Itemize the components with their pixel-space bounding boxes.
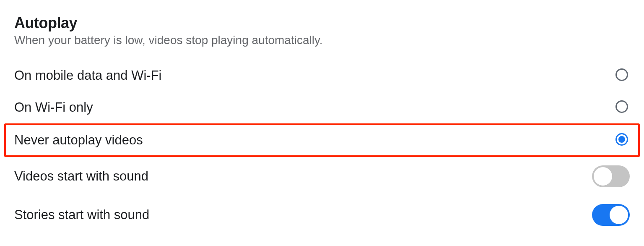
option-label: On Wi-Fi only	[14, 100, 93, 115]
option-mobile-wifi[interactable]: On mobile data and Wi-Fi	[14, 60, 630, 92]
option-label: Never autoplay videos	[14, 133, 143, 148]
toggle-knob	[610, 206, 628, 224]
toggle-switch-on[interactable]	[592, 204, 630, 226]
section-title: Autoplay	[14, 14, 630, 32]
option-label: Stories start with sound	[14, 207, 149, 222]
option-videos-sound[interactable]: Videos start with sound	[14, 157, 630, 196]
radio-icon	[615, 100, 628, 113]
section-subtitle: When your battery is low, videos stop pl…	[14, 34, 630, 47]
option-wifi-only[interactable]: On Wi-Fi only	[14, 92, 630, 123]
option-stories-sound[interactable]: Stories start with sound	[14, 196, 630, 234]
toggle-knob	[594, 167, 612, 186]
toggle-switch-off[interactable]	[592, 165, 630, 187]
option-label: Videos start with sound	[14, 169, 148, 184]
option-label: On mobile data and Wi-Fi	[14, 68, 161, 83]
option-never-autoplay[interactable]: Never autoplay videos	[14, 125, 630, 155]
section-header: Autoplay When your battery is low, video…	[14, 14, 630, 47]
radio-icon	[615, 68, 628, 81]
radio-icon-selected	[615, 133, 628, 146]
highlight-box: Never autoplay videos	[4, 123, 640, 157]
